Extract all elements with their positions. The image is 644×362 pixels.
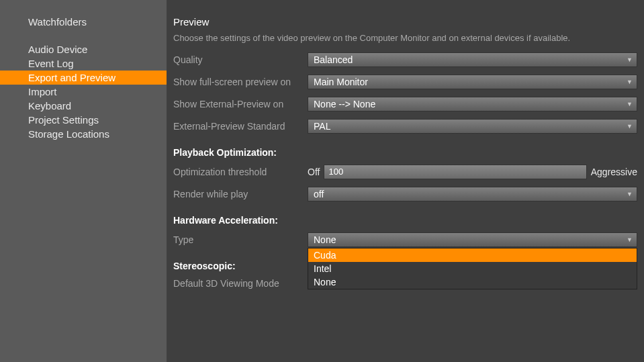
external-select[interactable]: None --> None xyxy=(308,97,637,111)
threshold-slider[interactable]: 100 xyxy=(324,165,586,179)
type-label: Type xyxy=(173,234,308,245)
type-dropdown-menu: Cuda Intel None xyxy=(308,248,637,289)
sidebar-item-storage-locations[interactable]: Storage Locations xyxy=(0,127,167,141)
fullscreen-select[interactable]: Main Monitor xyxy=(308,75,637,89)
quality-label: Quality xyxy=(173,54,308,65)
sidebar: Watchfolders Audio Device Event Log Expo… xyxy=(0,0,167,362)
standard-select[interactable]: PAL xyxy=(308,119,637,134)
type-select[interactable]: None xyxy=(308,232,637,247)
playback-header: Playback Optimization: xyxy=(173,147,637,158)
sidebar-item-keyboard[interactable]: Keyboard xyxy=(0,99,167,113)
threshold-left-label: Off xyxy=(308,167,320,177)
sidebar-item-export-preview[interactable]: Export and Preview xyxy=(0,71,167,85)
external-label: Show External-Preview on xyxy=(173,99,308,109)
sidebar-item-event-log[interactable]: Event Log xyxy=(0,56,167,71)
quality-select[interactable]: Balanced xyxy=(308,52,637,67)
preview-desc: Choose the settings of the video preview… xyxy=(173,33,637,43)
dropdown-item-intel[interactable]: Intel xyxy=(308,262,637,275)
dropdown-item-none[interactable]: None xyxy=(308,275,637,289)
standard-label: External-Preview Standard xyxy=(173,121,308,132)
render-select[interactable]: off xyxy=(308,187,637,201)
sidebar-item-audio-device[interactable]: Audio Device xyxy=(0,42,167,56)
render-label: Render while play xyxy=(173,189,308,199)
dropdown-item-cuda[interactable]: Cuda xyxy=(308,248,637,262)
sidebar-item-project-settings[interactable]: Project Settings xyxy=(0,113,167,127)
main-panel: Preview Choose the settings of the video… xyxy=(167,0,644,362)
stereo-mode-label: Default 3D Viewing Mode xyxy=(173,278,308,289)
fullscreen-label: Show full-screen preview on xyxy=(173,77,308,87)
preview-title: Preview xyxy=(173,16,637,28)
hardware-header: Hardware Acceleration: xyxy=(173,215,637,226)
sidebar-header: Watchfolders xyxy=(0,16,167,42)
threshold-right-label: Aggressive xyxy=(591,167,637,177)
sidebar-item-import[interactable]: Import xyxy=(0,85,167,99)
threshold-label: Optimization threshold xyxy=(173,167,308,177)
